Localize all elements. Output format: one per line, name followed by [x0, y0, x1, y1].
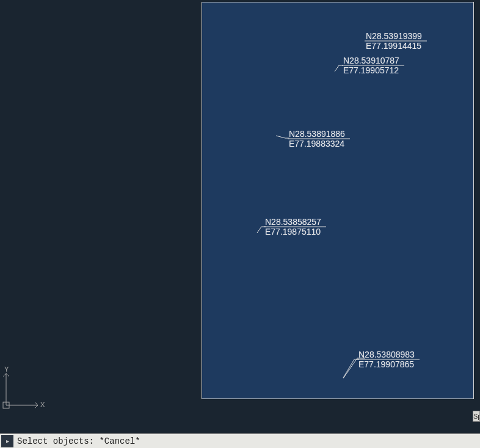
coord-label[interactable]: N28.53808983E77.19907865	[358, 350, 415, 369]
coord-label[interactable]: N28.53858257E77.19875110	[265, 217, 321, 237]
coord-north: N28.53891886	[289, 129, 345, 139]
coord-label[interactable]: N28.53891886E77.19883324	[289, 129, 345, 149]
side-tab-label: Sp	[473, 413, 480, 420]
coord-north: N28.53919399	[366, 31, 422, 41]
ucs-y-label: Y	[4, 365, 9, 373]
coord-east: E77.19875110	[265, 227, 321, 237]
coord-north: N28.53858257	[265, 217, 321, 227]
coord-east: E77.19914415	[366, 41, 422, 51]
svg-rect-7	[3, 402, 9, 408]
coord-east: E77.19907865	[358, 359, 415, 369]
command-text: Select objects: *Cancel*	[13, 436, 140, 446]
ucs-icon: X Y	[1, 364, 47, 410]
drawing-canvas[interactable]: N28.53919399E77.19914415N28.53910787E77.…	[0, 0, 480, 433]
selection-window	[202, 2, 474, 399]
ucs-x-label: X	[40, 401, 45, 408]
coord-label[interactable]: N28.53910787E77.19905712	[343, 56, 399, 75]
command-prompt-icon: ▸	[1, 435, 13, 447]
coord-east: E77.19883324	[289, 139, 345, 149]
side-tab[interactable]: Sp	[473, 411, 480, 422]
coord-north: N28.53808983	[358, 350, 415, 359]
coord-east: E77.19905712	[343, 65, 399, 75]
command-line[interactable]: ▸ Select objects: *Cancel*	[0, 433, 480, 448]
coord-label[interactable]: N28.53919399E77.19914415	[366, 31, 422, 51]
coord-north: N28.53910787	[343, 56, 399, 65]
